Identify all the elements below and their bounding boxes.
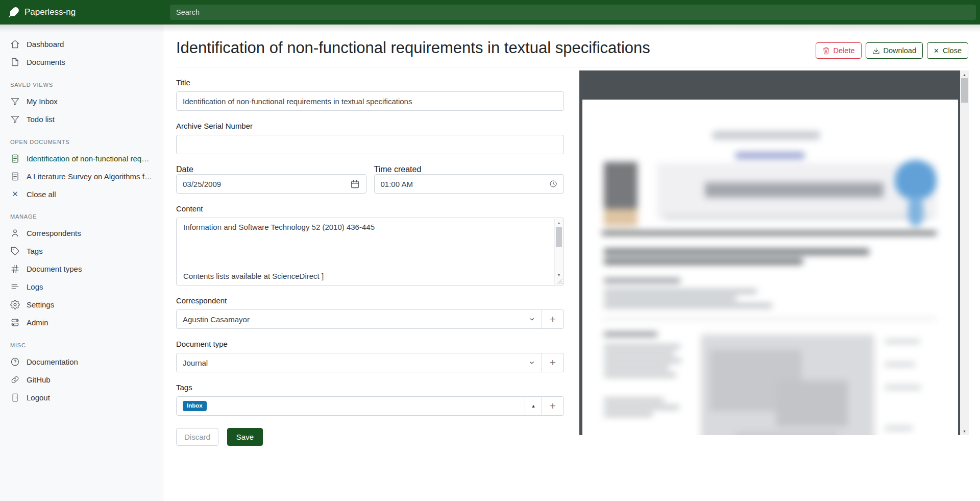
sidebar-item-label: Documentation (27, 357, 78, 366)
filter-icon (10, 97, 20, 106)
scroll-down-icon[interactable]: ▼ (555, 271, 563, 278)
title-input[interactable] (176, 91, 564, 111)
delete-button-label: Delete (834, 46, 855, 55)
document-actions: Delete Download ✕ Close (816, 42, 968, 59)
content-line-1: Information and Software Technology 52 (… (183, 223, 375, 231)
correspondent-field-label: Correspondent (176, 296, 564, 305)
sidebar-item-label: Logs (27, 282, 43, 291)
sidebar-item-label: Correspondents (27, 229, 81, 237)
download-button[interactable]: Download (866, 42, 923, 59)
sidebar-item-correspondents[interactable]: Correspondents (0, 224, 163, 242)
date-input[interactable]: 03/25/2009 (176, 174, 366, 194)
clock-icon[interactable] (549, 180, 557, 188)
save-button[interactable]: Save (227, 428, 263, 446)
document-type-select[interactable]: Journal (176, 353, 542, 372)
chevron-down-icon (528, 316, 535, 323)
sidebar-section-manage: MANAGE (0, 213, 163, 220)
file-text-icon (10, 172, 20, 181)
tags-input[interactable]: Inbox (176, 396, 525, 416)
sidebar-item-logout[interactable]: Logout (0, 389, 163, 407)
preview-scrollbar[interactable]: ▲ ▼ (960, 70, 969, 435)
sidebar-item-todo-list[interactable]: Todo list (0, 110, 163, 128)
gear-icon (10, 300, 20, 309)
pdf-blurred-content (582, 100, 958, 435)
sidebar-section-saved-views: SAVED VIEWS (0, 82, 163, 88)
sidebar-item-close-all[interactable]: ✕ Close all (0, 185, 163, 203)
sidebar-item-admin[interactable]: Admin (0, 314, 163, 331)
add-correspondent-button[interactable]: + (542, 309, 564, 329)
search-input[interactable] (170, 5, 976, 20)
tag-badge-inbox[interactable]: Inbox (183, 401, 207, 411)
scroll-up-icon[interactable]: ▲ (555, 219, 563, 226)
home-icon (10, 39, 20, 49)
sidebar-item-label: GitHub (27, 375, 51, 384)
correspondent-select[interactable]: Agustin Casamayor (176, 309, 542, 329)
sidebar-item-documentation[interactable]: Documentation (0, 353, 163, 371)
sidebar: Dashboard Documents SAVED VIEWS My Inbox… (0, 25, 163, 501)
app-brand[interactable]: Paperless-ng (0, 0, 163, 25)
tag-icon (10, 246, 20, 256)
scroll-up-icon[interactable]: ▲ (960, 71, 969, 78)
file-text-icon (10, 154, 20, 163)
tags-collapse-button[interactable]: ▲ (525, 396, 542, 416)
filter-icon (10, 114, 20, 124)
sidebar-item-github[interactable]: GitHub (0, 371, 163, 389)
sidebar-section-misc: MISC (0, 342, 163, 348)
file-icon (10, 57, 20, 67)
sidebar-item-label: Close all (27, 190, 56, 199)
sidebar-item-tags[interactable]: Tags (0, 242, 163, 260)
sidebar-section-open-documents: OPEN DOCUMENTS (0, 139, 163, 145)
sidebar-item-label: Document types (27, 265, 82, 273)
sidebar-item-settings[interactable]: Settings (0, 296, 163, 314)
plus-icon: + (550, 356, 556, 369)
sidebar-item-dashboard[interactable]: Dashboard (0, 35, 163, 53)
discard-button[interactable]: Discard (176, 428, 218, 446)
delete-button[interactable]: Delete (816, 42, 862, 59)
close-button-label: Close (943, 46, 962, 55)
search-area (163, 0, 980, 25)
content-textarea[interactable]: Information and Software Technology 52 (… (176, 218, 564, 285)
preview-scrollbar-thumb[interactable] (961, 78, 968, 103)
scroll-down-icon[interactable]: ▼ (960, 427, 969, 435)
content-scrollbar[interactable]: ▲ ▼ (554, 219, 563, 284)
sidebar-item-label: Tags (27, 247, 43, 255)
title-field-label: Title (176, 78, 564, 87)
sidebar-open-doc-1[interactable]: Identification of non-functional require… (0, 150, 163, 168)
correspondent-value: Agustin Casamayor (183, 315, 250, 324)
sidebar-item-label: Logout (27, 393, 50, 402)
feather-logo-icon (8, 7, 19, 18)
open-document-label: Identification of non-functional require… (27, 154, 153, 163)
sidebar-item-documents[interactable]: Documents (0, 53, 163, 71)
time-value: 01:00 AM (381, 180, 413, 188)
tags-field-label: Tags (176, 383, 564, 392)
sidebar-item-label: Documents (27, 58, 65, 66)
sidebar-item-my-inbox[interactable]: My Inbox (0, 92, 163, 110)
add-document-type-button[interactable]: + (542, 353, 564, 372)
document-preview-pane[interactable]: ▲ ▼ (579, 70, 969, 435)
toggles-icon (10, 318, 20, 327)
close-icon: ✕ (10, 189, 20, 199)
content-field-label: Content (176, 204, 564, 213)
download-button-label: Download (884, 46, 917, 55)
logs-icon (10, 282, 20, 292)
date-field-label: Date (176, 165, 193, 174)
sidebar-item-label: Admin (27, 318, 48, 327)
pdf-page (582, 100, 958, 435)
sidebar-item-document-types[interactable]: Document types (0, 260, 163, 278)
top-navbar: Paperless-ng (0, 0, 980, 25)
download-icon (872, 47, 880, 55)
time-input[interactable]: 01:00 AM (374, 174, 565, 194)
sidebar-open-doc-2[interactable]: A Literature Survey on Algorithms for Mu… (0, 168, 163, 185)
archive-serial-number-input[interactable] (176, 135, 564, 154)
hash-icon (10, 264, 20, 274)
document-type-field-label: Document type (176, 340, 564, 348)
close-button[interactable]: ✕ Close (927, 42, 968, 59)
header-divider (176, 67, 968, 67)
sidebar-item-logs[interactable]: Logs (0, 278, 163, 296)
add-tag-button[interactable]: + (542, 396, 564, 416)
sidebar-item-label: My Inbox (27, 97, 58, 106)
content-scrollbar-thumb[interactable] (556, 227, 562, 247)
plus-icon: + (550, 313, 556, 325)
sidebar-item-label: Settings (27, 300, 54, 309)
calendar-icon[interactable] (350, 179, 360, 189)
